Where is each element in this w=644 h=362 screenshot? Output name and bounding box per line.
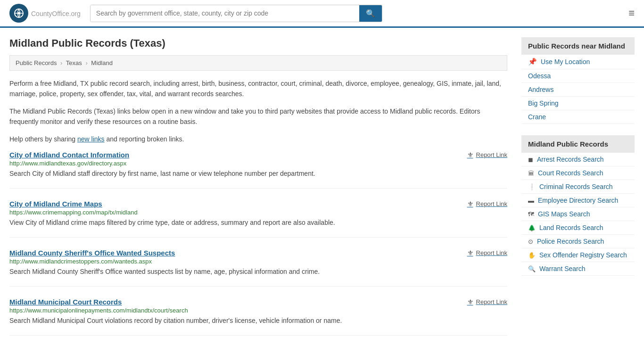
sidebar-record-link[interactable]: Sex Offender Registry Search: [539, 251, 627, 259]
nearby-list: 📌 Use My Location OdessaAndrewsBig Sprin…: [521, 55, 635, 124]
sidebar-record-icon: 🏛: [528, 170, 534, 177]
sidebar-record-icon: ▬: [528, 197, 534, 204]
breadcrumb-texas[interactable]: Texas: [66, 59, 82, 66]
report-link[interactable]: ⚜ Report Link: [467, 249, 507, 257]
record-title-link[interactable]: City of Midland Crime Maps: [9, 200, 102, 208]
report-link[interactable]: ⚜ Report Link: [467, 151, 507, 159]
record-url[interactable]: http://www.midlandcrimestoppers.com/want…: [9, 258, 152, 265]
sidebar-record-link[interactable]: Police Records Search: [537, 238, 604, 245]
search-bar: 🔍: [90, 5, 382, 22]
report-label[interactable]: Report Link: [476, 200, 507, 207]
sidebar-record-item: ▬ Employee Directory Search: [521, 194, 635, 207]
nearby-city-item: Crane: [521, 110, 635, 124]
description-2: The Midland Public Records (Texas) links…: [9, 106, 507, 127]
record-title-link[interactable]: Midland County Sheriff's Office Wanted S…: [9, 249, 175, 257]
report-link[interactable]: ⚜ Report Link: [467, 298, 507, 306]
sidebar: Public Records near Midland 📌 Use My Loc…: [521, 37, 635, 347]
record-title-link[interactable]: City of Midland Contact Information: [9, 151, 129, 159]
sidebar-records-list: ◼ Arrest Records Search 🏛 Court Records …: [521, 153, 635, 276]
sidebar-record-link[interactable]: Court Records Search: [538, 169, 603, 177]
breadcrumb-midland[interactable]: Midland: [91, 59, 113, 66]
nearby-city-link[interactable]: Big Spring: [528, 99, 559, 107]
use-my-location-link[interactable]: Use My Location: [541, 58, 590, 66]
report-icon: ⚜: [467, 249, 473, 257]
sidebar-record-item: 🗺 GIS Maps Search: [521, 207, 635, 221]
sidebar-record-link[interactable]: Warrant Search: [539, 265, 586, 272]
records-list: City of Midland Contact Information ⚜ Re…: [9, 151, 507, 336]
sidebar-record-item: ❕ Criminal Records Search: [521, 180, 635, 194]
search-button[interactable]: 🔍: [359, 5, 382, 22]
record-title-row: City of Midland Crime Maps ⚜ Report Link: [9, 200, 507, 208]
main-content: Midland Public Records (Texas) Public Re…: [9, 37, 507, 347]
nearby-city-item: Big Spring: [521, 97, 635, 110]
nearby-city-link[interactable]: Crane: [528, 113, 546, 121]
record-title-row: Midland County Sheriff's Office Wanted S…: [9, 249, 507, 257]
record-description: View City of Midland crime maps filtered…: [9, 218, 507, 228]
logo-text: CountyOffice.org: [31, 8, 81, 18]
sidebar-record-icon: ✋: [528, 252, 536, 259]
sidebar-record-icon: 🔍: [528, 265, 536, 272]
page-title: Midland Public Records (Texas): [9, 37, 507, 49]
record-url[interactable]: http://www.midlandtexas.gov/directory.as…: [9, 160, 126, 167]
menu-button[interactable]: ≡: [628, 7, 635, 19]
sidebar-record-icon: ❕: [528, 183, 536, 190]
sidebar-record-icon: ⊙: [528, 238, 533, 245]
site-header: CountyOffice.org 🔍 ≡: [0, 0, 644, 28]
record-entry: Midland County Sheriff's Office Wanted S…: [9, 249, 507, 287]
report-label[interactable]: Report Link: [476, 298, 507, 305]
record-title-row: Midland Municipal Court Records ⚜ Report…: [9, 298, 507, 306]
use-my-location-item: 📌 Use My Location: [521, 55, 635, 69]
search-input[interactable]: [91, 5, 359, 22]
breadcrumb: Public Records › Texas › Midland: [9, 55, 507, 71]
sidebar-record-icon: ◼: [528, 156, 533, 163]
nearby-city-item: Odessa: [521, 69, 635, 83]
report-icon: ⚜: [467, 151, 473, 159]
nearby-city-item: Andrews: [521, 83, 635, 97]
sidebar-record-item: 🌲 Land Records Search: [521, 221, 635, 235]
report-icon: ⚜: [467, 298, 473, 306]
sidebar-record-link[interactable]: Land Records Search: [539, 224, 603, 231]
records-section: Midland Public Records ◼ Arrest Records …: [521, 135, 635, 276]
sidebar-record-item: 🔍 Warrant Search: [521, 262, 635, 276]
logo-icon: [9, 4, 28, 23]
sidebar-record-item: ✋ Sex Offender Registry Search: [521, 248, 635, 262]
nearby-header: Public Records near Midland: [521, 37, 635, 55]
record-description: Search City of Midland staff directory b…: [9, 169, 507, 179]
report-link[interactable]: ⚜ Report Link: [467, 200, 507, 208]
svg-point-3: [18, 12, 20, 15]
record-url[interactable]: https://www.municipalonlinepayments.com/…: [9, 307, 188, 314]
page-container: Midland Public Records (Texas) Public Re…: [0, 28, 644, 356]
sidebar-record-icon: 🌲: [528, 224, 536, 231]
sidebar-record-link[interactable]: Employee Directory Search: [538, 197, 618, 204]
breadcrumb-public-records[interactable]: Public Records: [16, 59, 57, 66]
records-section-header: Midland Public Records: [521, 135, 635, 153]
site-logo[interactable]: CountyOffice.org: [9, 4, 81, 23]
sidebar-record-item: ⊙ Police Records Search: [521, 235, 635, 248]
sidebar-record-link[interactable]: Arrest Records Search: [537, 156, 604, 163]
nearby-city-link[interactable]: Odessa: [528, 72, 551, 80]
sidebar-record-item: 🏛 Court Records Search: [521, 166, 635, 180]
record-description: Search Midland County Sheriff's Office w…: [9, 267, 507, 277]
record-title-link[interactable]: Midland Municipal Court Records: [9, 298, 122, 306]
description-3: Help others by sharing new links and rep…: [9, 134, 507, 144]
location-icon: 📌: [528, 58, 537, 66]
nearby-city-link[interactable]: Andrews: [528, 86, 553, 93]
description-1: Perform a free Midland, TX public record…: [9, 78, 507, 99]
sidebar-record-link[interactable]: Criminal Records Search: [539, 183, 613, 190]
record-url[interactable]: https://www.crimemapping.com/map/tx/midl…: [9, 209, 138, 216]
sidebar-record-link[interactable]: GIS Maps Search: [538, 210, 590, 218]
record-title-row: City of Midland Contact Information ⚜ Re…: [9, 151, 507, 159]
record-entry: City of Midland Contact Information ⚜ Re…: [9, 151, 507, 189]
new-links-link[interactable]: new links: [77, 135, 105, 143]
sidebar-record-item: ◼ Arrest Records Search: [521, 153, 635, 166]
sidebar-record-icon: 🗺: [528, 211, 534, 218]
nearby-section: Public Records near Midland 📌 Use My Loc…: [521, 37, 635, 124]
record-description: Search Midland Municipal Court violation…: [9, 316, 507, 326]
report-icon: ⚜: [467, 200, 473, 208]
report-label[interactable]: Report Link: [476, 151, 507, 158]
record-entry: Midland Municipal Court Records ⚜ Report…: [9, 298, 507, 336]
report-label[interactable]: Report Link: [476, 249, 507, 256]
record-entry: City of Midland Crime Maps ⚜ Report Link…: [9, 200, 507, 238]
